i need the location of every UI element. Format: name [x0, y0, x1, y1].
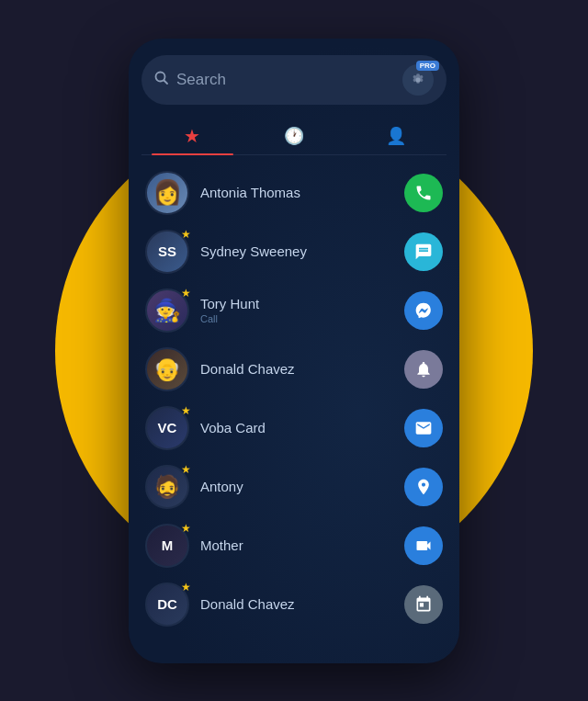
phone-frame: Search PRO ★ 🕐 👤 [129, 39, 459, 663]
avatar-initials: DC [157, 596, 177, 612]
svg-line-1 [164, 80, 168, 84]
avatar-wrap: DC ★ [145, 582, 189, 627]
search-input[interactable]: Search [176, 71, 395, 89]
contact-name: Antony [200, 479, 393, 494]
contact-name: Sydney Sweeney [200, 243, 393, 259]
contact-row[interactable]: 🧔 ★ Antony [141, 458, 447, 515]
avatar-wrap: 🧙 ★ [145, 288, 189, 333]
contact-row[interactable]: DC ★ Donald Chavez [141, 576, 447, 633]
contact-row[interactable]: 👴 Donald Chavez [141, 341, 447, 398]
pro-badge: PRO [416, 61, 439, 71]
contact-name: Antonia Thomas [200, 185, 393, 200]
star-badge: ★ [181, 522, 191, 535]
star-badge: ★ [181, 228, 191, 241]
contact-row[interactable]: VC ★ Voba Card [141, 400, 447, 457]
action-notify-button[interactable] [404, 350, 443, 389]
action-email-button[interactable] [404, 409, 443, 447]
contact-row[interactable]: 🧙 ★ Tory Hunt Call [141, 282, 447, 339]
contact-name: Tory Hunt [200, 296, 259, 311]
tab-contacts[interactable]: 👤 [345, 118, 447, 154]
action-messenger-button[interactable] [404, 291, 443, 330]
avatar-wrap: 👴 [145, 347, 189, 391]
search-icon [154, 71, 169, 89]
action-video-button[interactable] [404, 526, 443, 565]
star-badge: ★ [181, 404, 191, 417]
recent-icon: 🕐 [284, 126, 304, 146]
contact-name: Donald Chavez [200, 596, 393, 612]
contact-row[interactable]: SS ★ Sydney Sweeney [141, 223, 447, 280]
avatar: 👴 [145, 347, 189, 391]
avatar-image: 🧔 [153, 474, 181, 500]
action-call-button[interactable] [404, 174, 443, 212]
star-badge: ★ [181, 581, 191, 594]
avatar-initials: SS [158, 243, 176, 259]
avatar-wrap: VC ★ [145, 406, 189, 450]
favorites-icon: ★ [184, 125, 200, 147]
action-maps-button[interactable] [404, 468, 443, 506]
contact-subtitle: Call [200, 313, 393, 324]
avatar-wrap: SS ★ [145, 230, 189, 274]
contact-list: 👩 Antonia Thomas SS ★ Sydn [141, 164, 447, 633]
tab-bar: ★ 🕐 👤 [141, 118, 447, 155]
star-badge: ★ [181, 463, 191, 476]
avatar-wrap: M ★ [145, 524, 189, 568]
avatar-image: 👴 [153, 356, 181, 382]
tab-recent[interactable]: 🕐 [243, 118, 345, 154]
contact-row[interactable]: 👩 Antonia Thomas [141, 164, 447, 221]
avatar-image: 🧙 [153, 298, 181, 323]
tab-favorites[interactable]: ★ [141, 118, 243, 154]
star-badge: ★ [181, 287, 191, 300]
avatar-wrap: 👩 [145, 171, 189, 215]
contact-name: Mother [200, 537, 393, 553]
search-bar[interactable]: Search PRO [141, 55, 447, 105]
contacts-icon: 👤 [386, 126, 406, 146]
action-calendar-button[interactable] [404, 585, 443, 624]
avatar-initials: VC [158, 420, 177, 435]
avatar-image: 👩 [153, 178, 182, 207]
contact-row[interactable]: M ★ Mother [141, 517, 447, 574]
contact-name: Voba Card [200, 420, 393, 435]
avatar-initials: M [162, 537, 174, 553]
settings-button[interactable]: PRO [402, 64, 434, 96]
contact-name: Donald Chavez [200, 361, 393, 377]
avatar-wrap: 🧔 ★ [145, 465, 189, 509]
action-sms-button[interactable] [404, 232, 443, 271]
avatar: 👩 [145, 171, 189, 215]
